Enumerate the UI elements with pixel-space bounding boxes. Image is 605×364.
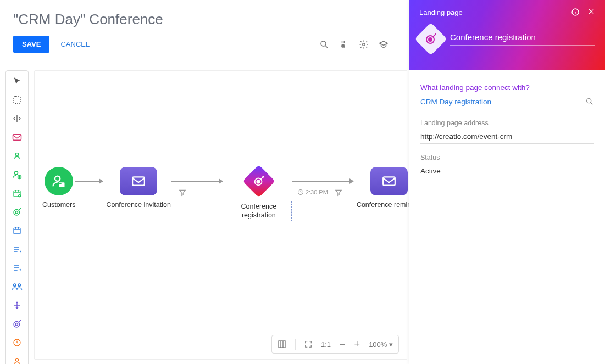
side-panel-title[interactable]: Conference registration — [450, 32, 595, 46]
save-button[interactable]: SAVE — [13, 36, 49, 53]
status-field-label: Status — [420, 154, 594, 161]
zoom-ratio[interactable]: 1:1 — [321, 340, 331, 349]
landing-target-icon — [414, 23, 447, 55]
node-invitation[interactable]: Conference invitation — [106, 167, 170, 209]
svg-text:a: a — [342, 42, 345, 48]
gear-icon[interactable] — [359, 40, 369, 49]
move-tool-icon[interactable] — [11, 299, 23, 311]
node-registration[interactable]: Conference registration — [226, 167, 292, 221]
columns-icon[interactable] — [277, 340, 286, 349]
target-tool-icon[interactable] — [11, 206, 23, 218]
marquee-icon[interactable] — [11, 94, 23, 106]
pointer-icon[interactable] — [11, 75, 23, 87]
user-tool-icon[interactable] — [11, 150, 23, 162]
group-tool-icon[interactable] — [11, 281, 23, 293]
zoom-percent[interactable]: 100% ▾ — [369, 340, 393, 349]
zoom-in-button[interactable]: + — [354, 339, 360, 350]
connector: 2:30 PM — [292, 167, 357, 195]
flow-diagram: Customers Conference invitation Conferen… — [42, 167, 407, 221]
user-folder-icon — [45, 167, 73, 195]
clock-tool-icon[interactable] — [11, 337, 23, 349]
search-icon[interactable] — [319, 40, 329, 49]
clock-icon — [297, 189, 304, 195]
canvas[interactable]: Customers Conference invitation Conferen… — [34, 70, 407, 360]
node-label-selected[interactable]: Conference registration — [226, 201, 292, 221]
svg-rect-13 — [14, 228, 20, 234]
checklist-tool-icon[interactable] — [11, 262, 23, 274]
svg-point-24 — [257, 180, 260, 183]
connector — [75, 167, 106, 195]
zoom-percent-label: 100% — [369, 340, 387, 349]
side-panel-type: Landing page — [419, 8, 463, 16]
svg-line-1 — [325, 46, 328, 48]
svg-point-6 — [15, 153, 18, 156]
chevron-down-icon: ▾ — [389, 340, 393, 349]
svg-point-10 — [19, 195, 21, 197]
person-tool-icon[interactable] — [11, 355, 23, 364]
svg-rect-9 — [14, 191, 20, 197]
side-panel-body: What landing page connect with? CRM Day … — [409, 70, 605, 201]
divider — [295, 339, 296, 350]
address-field-label: Landing page address — [420, 119, 594, 127]
svg-point-17 — [15, 323, 18, 326]
zoom-bar: 1:1 − + 100% ▾ — [271, 335, 399, 354]
node-label: Conference invitation — [106, 201, 170, 209]
text-direction-icon[interactable]: a — [339, 40, 349, 49]
cancel-button[interactable]: CANCEL — [60, 40, 90, 48]
svg-point-32 — [587, 99, 591, 103]
svg-point-15 — [18, 284, 20, 286]
connect-field[interactable]: CRM Day registration — [420, 97, 594, 109]
graduation-icon[interactable] — [379, 40, 388, 49]
status-field-value: Active — [420, 167, 594, 175]
align-icon[interactable] — [11, 113, 23, 125]
filter-icon[interactable] — [335, 189, 342, 197]
address-field-value: http://creatio.com/event-crm — [420, 132, 594, 141]
svg-point-11 — [14, 210, 20, 216]
svg-rect-22 — [132, 177, 145, 185]
time-badge: 2:30 PM — [297, 189, 328, 195]
close-icon[interactable] — [587, 8, 595, 16]
svg-point-14 — [14, 284, 16, 286]
svg-point-0 — [321, 41, 326, 46]
email-tool-icon[interactable] — [11, 131, 23, 143]
mail-icon — [370, 167, 408, 195]
svg-rect-4 — [14, 97, 20, 103]
svg-rect-26 — [383, 177, 395, 185]
svg-rect-5 — [13, 135, 21, 141]
search-icon[interactable] — [585, 97, 594, 106]
status-field[interactable]: Active — [420, 167, 594, 178]
user-add-tool-icon[interactable] — [11, 169, 23, 181]
node-label: Customers — [42, 201, 75, 209]
time-badge-text: 2:30 PM — [306, 189, 328, 195]
side-panel: Landing page Conference registration Wha… — [409, 0, 605, 364]
connector — [171, 167, 226, 195]
calendar-tool-icon[interactable] — [11, 187, 23, 199]
svg-point-16 — [14, 322, 20, 328]
svg-line-33 — [591, 103, 592, 104]
svg-point-12 — [15, 211, 18, 214]
node-customers[interactable]: Customers — [42, 167, 75, 209]
expand-icon[interactable] — [304, 340, 312, 348]
header-tool-icons: a — [319, 40, 388, 49]
svg-point-31 — [429, 38, 432, 41]
connect-field-value: CRM Day registration — [420, 98, 585, 106]
svg-point-3 — [363, 43, 365, 46]
svg-rect-28 — [279, 341, 285, 348]
svg-point-7 — [15, 171, 18, 175]
mail-icon — [120, 167, 157, 195]
target2-tool-icon[interactable] — [11, 318, 23, 330]
info-icon[interactable] — [571, 8, 580, 16]
side-panel-header: Landing page Conference registration — [409, 0, 605, 70]
address-field[interactable]: http://creatio.com/event-crm — [420, 132, 594, 144]
target-icon — [242, 165, 275, 197]
zoom-out-button[interactable]: − — [340, 339, 346, 350]
left-toolbar — [5, 70, 29, 364]
connect-field-label: What landing page connect with? — [420, 83, 594, 92]
svg-point-19 — [15, 359, 18, 361]
svg-point-20 — [55, 176, 60, 181]
date-tool-icon[interactable] — [11, 225, 23, 237]
filter-icon[interactable] — [179, 189, 186, 197]
list-tool-icon[interactable] — [11, 243, 23, 255]
